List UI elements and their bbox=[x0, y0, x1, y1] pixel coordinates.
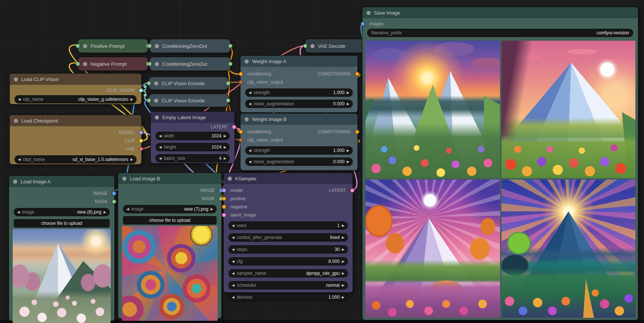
clip-vision-output-input-slot[interactable] bbox=[239, 138, 243, 142]
collapsed-input-dot[interactable] bbox=[76, 44, 80, 48]
decrement-arrow-icon[interactable]: ◀ bbox=[232, 271, 234, 275]
increment-arrow-icon[interactable]: ▶ bbox=[224, 156, 226, 160]
decrement-arrow-icon[interactable]: ◀ bbox=[232, 236, 234, 239]
node-conditioning-zero-out-2[interactable]: ConditioningZeroOut bbox=[149, 57, 231, 71]
node-clip-vision-encode-1[interactable]: CLIP Vision Encode bbox=[148, 77, 229, 90]
decrement-arrow-icon[interactable]: ◀ bbox=[232, 295, 234, 299]
collapsed-input-dot[interactable] bbox=[147, 81, 151, 86]
denoise-widget[interactable]: ◀ denoise 1.000 ▶ bbox=[229, 293, 348, 301]
collapsed-output-dot[interactable] bbox=[226, 81, 230, 86]
increment-arrow-icon[interactable]: ▶ bbox=[131, 97, 133, 101]
node-vae-decode[interactable]: VAE Decode bbox=[305, 39, 368, 53]
collapse-circle-icon[interactable] bbox=[367, 11, 371, 15]
collapse-circle-icon[interactable] bbox=[14, 119, 18, 123]
decrement-arrow-icon[interactable]: ◀ bbox=[249, 160, 251, 164]
node-header[interactable]: Load CLIP Vision bbox=[10, 74, 141, 85]
node-header[interactable]: Save Image bbox=[362, 7, 638, 18]
positive-input-slot[interactable] bbox=[222, 196, 226, 201]
image-file-widget[interactable]: ◀ image view (7).png ▶ bbox=[123, 205, 217, 213]
decrement-arrow-icon[interactable]: ◀ bbox=[232, 283, 234, 287]
collapsed-input-dot[interactable] bbox=[303, 44, 307, 48]
node-empty-latent-image[interactable]: Empty Latent Image LATENT ◀ width 1024 ▶… bbox=[150, 111, 235, 164]
decrement-arrow-icon[interactable]: ◀ bbox=[126, 207, 129, 211]
collapse-circle-icon[interactable] bbox=[155, 62, 159, 66]
node-load-image-a[interactable]: Load Image A IMAGE MASK ◀ image view (6)… bbox=[9, 176, 115, 321]
node-clip-vision-encode-2[interactable]: CLIP Vision Encode bbox=[148, 94, 229, 107]
image-file-widget[interactable]: ◀ image view (6).png ▶ bbox=[14, 208, 110, 216]
collapse-circle-icon[interactable] bbox=[13, 180, 17, 184]
decrement-arrow-icon[interactable]: ◀ bbox=[232, 260, 234, 263]
node-graph-canvas[interactable]: Positive Prompt Negative Prompt Conditio… bbox=[0, 0, 644, 323]
negative-input-slot[interactable] bbox=[222, 205, 226, 209]
decrement-arrow-icon[interactable]: ◀ bbox=[159, 134, 162, 138]
height-widget[interactable]: ◀ height 1024 ▶ bbox=[156, 143, 230, 151]
width-widget[interactable]: ◀ width 1024 ▶ bbox=[156, 132, 230, 140]
collapsed-input-dot[interactable] bbox=[76, 62, 80, 66]
increment-arrow-icon[interactable]: ▶ bbox=[347, 160, 349, 164]
strength-widget[interactable]: ◀ strength 1.000 ▶ bbox=[245, 88, 353, 97]
decrement-arrow-icon[interactable]: ◀ bbox=[249, 91, 251, 94]
image-output-slot[interactable] bbox=[112, 191, 116, 196]
increment-arrow-icon[interactable]: ▶ bbox=[347, 149, 349, 152]
collapse-circle-icon[interactable] bbox=[228, 177, 232, 181]
node-positive-prompt[interactable]: Positive Prompt bbox=[77, 39, 148, 53]
conditioning-output-slot[interactable] bbox=[355, 130, 359, 134]
decrement-arrow-icon[interactable]: ◀ bbox=[18, 158, 21, 161]
increment-arrow-icon[interactable]: ▶ bbox=[347, 102, 349, 106]
collapse-circle-icon[interactable] bbox=[83, 44, 87, 48]
increment-arrow-icon[interactable]: ▶ bbox=[211, 207, 213, 211]
conditioning-input-slot[interactable] bbox=[239, 72, 243, 76]
conditioning-output-slot[interactable] bbox=[355, 72, 359, 76]
node-save-image[interactable]: Save Image images filename_prefix comfyu… bbox=[362, 7, 638, 320]
model-input-slot[interactable] bbox=[222, 188, 226, 193]
sampler-name-widget[interactable]: ◀ sampler_name dpmpp_sde_gpu ▶ bbox=[229, 269, 348, 277]
increment-arrow-icon[interactable]: ▶ bbox=[131, 158, 133, 161]
noise-augmentation-widget[interactable]: ◀ noise_augmentation 0.000 ▶ bbox=[245, 158, 353, 166]
scheduler-widget[interactable]: ◀ scheduler normal ▶ bbox=[229, 281, 348, 289]
node-weight-image-a[interactable]: Weight Image A conditioning CONDITIONING… bbox=[240, 55, 358, 113]
increment-arrow-icon[interactable]: ▶ bbox=[342, 248, 344, 251]
collapsed-input-dot[interactable] bbox=[147, 62, 152, 66]
decrement-arrow-icon[interactable]: ◀ bbox=[159, 145, 162, 149]
latent-output-slot[interactable] bbox=[350, 188, 355, 193]
collapse-circle-icon[interactable] bbox=[245, 59, 249, 63]
decrement-arrow-icon[interactable]: ◀ bbox=[18, 97, 21, 101]
decrement-arrow-icon[interactable]: ◀ bbox=[249, 149, 251, 152]
node-header[interactable]: Load Image B bbox=[118, 173, 221, 184]
increment-arrow-icon[interactable]: ▶ bbox=[342, 295, 344, 299]
latent-output-slot[interactable] bbox=[232, 125, 236, 129]
collapsed-input-dot[interactable] bbox=[147, 98, 151, 103]
node-header[interactable]: Empty Latent Image bbox=[151, 112, 234, 123]
increment-arrow-icon[interactable]: ▶ bbox=[342, 271, 344, 275]
clip-vision-output-slot[interactable] bbox=[139, 88, 143, 93]
choose-file-button[interactable]: choose file to upload bbox=[123, 216, 217, 224]
control-after-generate-widget[interactable]: ◀ control_after_generate fixed ▶ bbox=[229, 233, 348, 242]
collapse-circle-icon[interactable] bbox=[122, 177, 126, 181]
ckpt-name-widget[interactable]: ◀ ckpt_name sd_xl_base_1.0.safetensors ▶ bbox=[15, 155, 137, 164]
collapse-circle-icon[interactable] bbox=[310, 44, 315, 48]
decrement-arrow-icon[interactable]: ◀ bbox=[249, 102, 251, 106]
decrement-arrow-icon[interactable]: ◀ bbox=[17, 210, 20, 214]
increment-arrow-icon[interactable]: ▶ bbox=[342, 283, 344, 287]
vae-output-slot[interactable] bbox=[139, 147, 143, 151]
collapse-circle-icon[interactable] bbox=[245, 117, 249, 121]
node-load-checkpoint[interactable]: Load Checkpoint MODEL CLIP VAE ◀ ckpt_na… bbox=[9, 115, 142, 165]
collapsed-output-dot[interactable] bbox=[226, 98, 230, 103]
collapse-circle-icon[interactable] bbox=[83, 62, 87, 66]
collapse-circle-icon[interactable] bbox=[155, 115, 159, 119]
node-header[interactable]: Load Image A bbox=[9, 176, 114, 187]
increment-arrow-icon[interactable]: ▶ bbox=[104, 210, 106, 214]
strength-widget[interactable]: ◀ strength 1.000 ▶ bbox=[245, 146, 353, 155]
collapse-circle-icon[interactable] bbox=[14, 77, 18, 81]
filename-prefix-widget[interactable]: filename_prefix comfyui-revision bbox=[367, 29, 633, 37]
node-conditioning-zero-out-1[interactable]: ConditioningZeroOut bbox=[149, 39, 231, 53]
increment-arrow-icon[interactable]: ▶ bbox=[224, 145, 226, 149]
collapsed-output-dot[interactable] bbox=[228, 62, 233, 66]
clip-output-slot[interactable] bbox=[139, 139, 143, 143]
node-negative-prompt[interactable]: Negative Prompt bbox=[77, 57, 148, 71]
increment-arrow-icon[interactable]: ▶ bbox=[342, 236, 344, 239]
noise-augmentation-widget[interactable]: ◀ noise_augmentation 0.000 ▶ bbox=[245, 100, 353, 108]
decrement-arrow-icon[interactable]: ◀ bbox=[232, 224, 234, 227]
collapse-circle-icon[interactable] bbox=[154, 81, 158, 86]
node-load-image-b[interactable]: Load Image B IMAGE MASK ◀ image view (7)… bbox=[118, 173, 222, 319]
